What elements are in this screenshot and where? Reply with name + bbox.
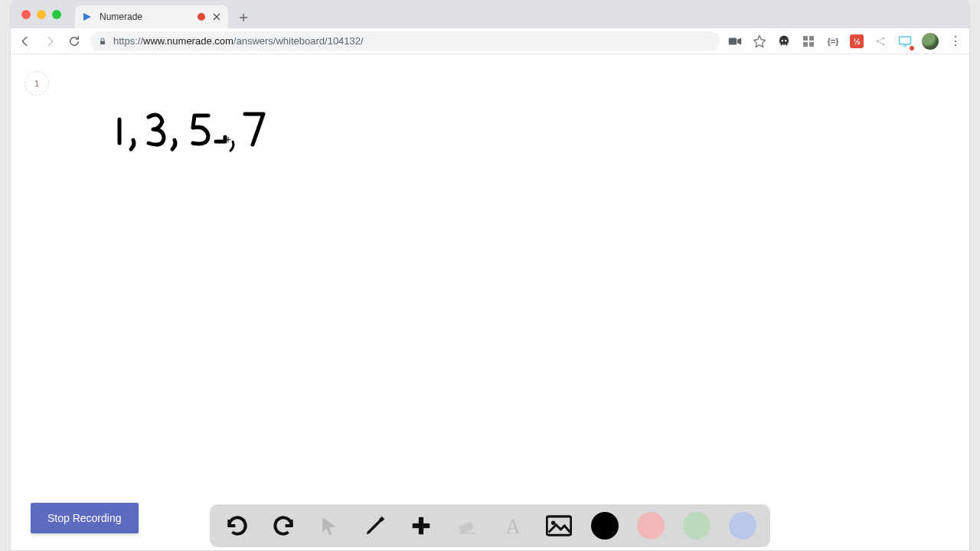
url-text: https://www.numerade.com/answers/whitebo… (113, 35, 364, 47)
maximize-window-button[interactable] (52, 10, 61, 19)
svg-point-15 (883, 37, 885, 39)
page-content: 1 (11, 54, 969, 550)
svg-rect-11 (809, 36, 814, 41)
desktop-background: Numerade (0, 0, 980, 551)
svg-point-9 (785, 40, 786, 41)
close-window-button[interactable] (21, 10, 31, 19)
svg-marker-0 (83, 13, 91, 21)
whiteboard-toolbar: A (210, 504, 770, 547)
grid-icon[interactable] (801, 34, 816, 49)
crosshair-cursor-icon: + (225, 133, 231, 145)
svg-rect-13 (809, 42, 814, 47)
tab-strip: Numerade (11, 1, 969, 28)
svg-point-14 (877, 40, 879, 42)
minimize-window-button[interactable] (37, 10, 46, 19)
forward-button[interactable] (41, 33, 58, 50)
add-tool-button[interactable] (407, 512, 435, 540)
browser-tab[interactable]: Numerade (75, 5, 228, 28)
profile-avatar[interactable] (922, 33, 939, 50)
back-button[interactable] (17, 33, 34, 50)
braces-icon[interactable]: {=} (825, 34, 841, 49)
color-green-swatch[interactable] (683, 512, 710, 540)
reload-button[interactable] (66, 33, 83, 50)
star-icon[interactable] (752, 34, 767, 49)
new-tab-button[interactable] (233, 7, 254, 28)
red-badge-icon[interactable]: ½ (850, 34, 864, 48)
video-icon[interactable] (727, 34, 743, 49)
color-pink-swatch[interactable] (637, 512, 665, 540)
tab-title: Numerade (100, 11, 191, 22)
svg-point-8 (782, 40, 783, 41)
svg-rect-19 (900, 37, 911, 44)
eraser-tool-button[interactable] (453, 512, 481, 540)
window-controls (17, 1, 66, 28)
svg-text:A: A (505, 514, 521, 537)
browser-window: Numerade (11, 1, 969, 550)
handwriting-strokes (103, 100, 363, 184)
close-tab-button[interactable] (211, 11, 222, 22)
svg-rect-24 (459, 521, 474, 533)
svg-rect-5 (100, 41, 105, 44)
svg-marker-7 (737, 37, 741, 44)
svg-rect-12 (803, 42, 808, 47)
svg-rect-27 (547, 517, 571, 535)
redo-button[interactable] (270, 512, 297, 540)
address-bar[interactable]: https://www.numerade.com/answers/whitebo… (90, 31, 720, 51)
tab-favicon (81, 11, 93, 23)
stop-recording-button[interactable]: Stop Recording (31, 503, 139, 533)
color-black-swatch[interactable] (591, 512, 619, 540)
page-indicator: 1 (24, 71, 49, 96)
lock-icon (98, 37, 107, 46)
svg-line-17 (878, 38, 882, 41)
pointer-tool-button[interactable] (315, 512, 343, 540)
whiteboard-canvas[interactable]: 1 (11, 54, 969, 550)
skull-icon[interactable] (776, 34, 792, 49)
svg-line-18 (878, 41, 882, 44)
color-blue-swatch[interactable] (729, 512, 756, 540)
svg-point-16 (883, 43, 885, 45)
svg-rect-10 (803, 36, 808, 41)
recording-indicator-icon (198, 13, 205, 21)
svg-rect-6 (729, 37, 737, 44)
browser-toolbar: https://www.numerade.com/answers/whitebo… (11, 28, 969, 54)
svg-point-28 (551, 521, 556, 526)
menu-button[interactable]: ⋮ (948, 34, 963, 49)
image-tool-button[interactable] (545, 512, 573, 540)
monitor-icon[interactable] (897, 34, 913, 49)
pen-tool-button[interactable] (361, 512, 389, 540)
extension-icons: {=} ½ ⋮ (727, 33, 963, 50)
text-tool-button[interactable]: A (499, 512, 527, 540)
undo-button[interactable] (224, 512, 251, 540)
share-icon[interactable] (873, 34, 888, 49)
page-number: 1 (34, 79, 39, 88)
